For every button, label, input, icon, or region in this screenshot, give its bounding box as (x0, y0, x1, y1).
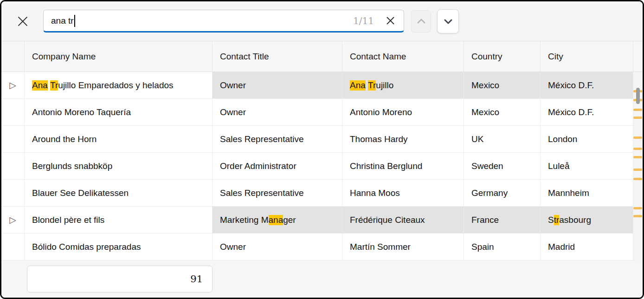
cell-company-name[interactable]: Bólido Comidas preparadas (25, 234, 213, 260)
row-indicator-cell (1, 153, 25, 180)
next-match-button[interactable] (437, 9, 459, 33)
column-header-city[interactable]: City (541, 41, 633, 72)
scrollbar-thumb[interactable] (636, 88, 640, 104)
search-highlight: tr (554, 215, 560, 225)
cell-text: Mexico (471, 80, 499, 91)
cell-text: asbourg (559, 215, 591, 225)
search-highlight: Ana (350, 80, 366, 91)
table-row[interactable]: Around the HornSales RepresentativeThoma… (1, 126, 643, 153)
column-header-contact-title[interactable]: Contact Title (213, 41, 342, 72)
search-match-marker (633, 148, 642, 150)
data-grid: Company NameContact TitleContact NameCou… (1, 41, 643, 260)
column-header-contact-name[interactable]: Contact Name (342, 41, 464, 72)
cell-contact-title[interactable]: Owner (213, 72, 342, 99)
search-match-marker (633, 109, 642, 111)
cell-country[interactable]: Germany (464, 180, 541, 207)
cell-city[interactable]: Strasbourg (541, 207, 633, 234)
close-icon (17, 15, 29, 27)
cell-text: Thomas Hardy (350, 134, 408, 144)
cell-contact-title[interactable]: Sales Representative (213, 126, 342, 153)
cell-text: Sales Representative (220, 188, 304, 198)
cell-contact-name[interactable]: Ana Trujillo (342, 72, 464, 99)
cell-contact-title[interactable]: Owner (213, 99, 342, 126)
search-match-marker (633, 156, 642, 158)
row-indicator-cell (1, 99, 25, 126)
cell-text: Owner (220, 107, 246, 117)
table-row[interactable]: Antonio Moreno TaqueríaOwnerAntonio More… (1, 99, 643, 126)
vertical-scrollbar[interactable] (633, 72, 643, 260)
cell-contact-title[interactable]: Sales Representative (213, 180, 342, 207)
cell-text: ujillo (376, 80, 393, 91)
cell-country[interactable]: UK (464, 126, 541, 153)
row-indicator-cell: ▷ (1, 72, 25, 99)
search-input[interactable]: ana tr 1/11 (43, 10, 404, 32)
cell-company-name[interactable]: Ana Trujillo Emparedados y helados (25, 72, 213, 99)
cell-country[interactable]: Mexico (464, 99, 541, 126)
cell-city[interactable]: Mannheim (541, 180, 633, 207)
cell-country[interactable]: France (464, 207, 541, 234)
cell-contact-title[interactable]: Marketing Manager (213, 207, 342, 234)
search-match-marker (633, 178, 642, 180)
table-row[interactable]: Berglunds snabbköpOrder AdministratorChr… (1, 153, 643, 180)
cell-city[interactable]: México D.F. (541, 99, 633, 126)
column-header-company-name[interactable]: Company Name (25, 41, 213, 72)
column-header-country[interactable]: Country (464, 41, 541, 72)
cell-company-name[interactable]: Antonio Moreno Taquería (25, 99, 213, 126)
cell-text: Mannheim (548, 188, 589, 198)
cell-contact-title[interactable]: Order Administrator (213, 153, 342, 180)
cell-contact-name[interactable]: Antonio Moreno (342, 99, 464, 126)
cell-country[interactable]: Sweden (464, 153, 541, 180)
search-query-text: ana tr (51, 16, 74, 26)
table-row[interactable]: Blauer See DelikatessenSales Representat… (1, 180, 643, 207)
cell-text: Hanna Moos (350, 188, 400, 198)
table-row[interactable]: Bólido Comidas preparadasOwnerMartín Som… (1, 234, 643, 260)
cell-text: Blauer See Delikatessen (32, 188, 129, 198)
cell-contact-name[interactable]: Christina Berglund (342, 153, 464, 180)
header-row: Company NameContact TitleContact NameCou… (1, 41, 643, 72)
expand-arrow-icon[interactable]: ▷ (9, 215, 16, 224)
cell-company-name[interactable]: Blauer See Delikatessen (25, 180, 213, 207)
cell-text: México D.F. (548, 80, 594, 91)
cell-text: London (548, 134, 577, 144)
previous-match-button[interactable] (411, 10, 431, 32)
cell-text: Mexico (471, 107, 499, 117)
row-indicator-cell (1, 126, 25, 153)
cell-contact-name[interactable]: Thomas Hardy (342, 126, 464, 153)
cell-city[interactable]: Luleå (541, 153, 633, 180)
cell-text: Spain (471, 242, 494, 252)
cell-text: Luleå (548, 161, 570, 171)
close-search-button[interactable] (13, 11, 33, 32)
cell-contact-name[interactable]: Frédérique Citeaux (342, 207, 464, 234)
cell-text: S (548, 215, 554, 225)
cell-contact-name[interactable]: Hanna Moos (342, 180, 464, 207)
cell-text: Antonio Moreno (350, 107, 412, 117)
search-highlight: Tr (50, 80, 58, 91)
cell-contact-title[interactable]: Owner (213, 234, 342, 260)
cell-city[interactable]: México D.F. (541, 72, 633, 99)
cell-company-name[interactable]: Blondel père et fils (25, 207, 213, 234)
cell-company-name[interactable]: Berglunds snabbköp (25, 153, 213, 180)
record-count-box: 91 (27, 266, 213, 292)
expand-arrow-icon[interactable]: ▷ (9, 81, 16, 90)
table-row[interactable]: ▷Blondel père et filsMarketing ManagerFr… (1, 207, 643, 234)
cell-text: ujillo Emparedados y helados (58, 80, 173, 91)
search-match-marker (633, 117, 642, 119)
cell-text: Owner (220, 242, 246, 252)
search-highlight: ana (269, 215, 283, 225)
cell-city[interactable]: London (541, 126, 633, 153)
cell-text: France (471, 215, 499, 225)
cell-contact-name[interactable]: Martín Sommer (342, 234, 464, 260)
cell-text: Sales Representative (220, 134, 304, 144)
search-match-marker (633, 169, 642, 171)
cell-company-name[interactable]: Around the Horn (25, 126, 213, 153)
cell-text: Around the Horn (32, 134, 97, 144)
cell-city[interactable]: Madrid (541, 234, 633, 260)
search-highlight: Tr (368, 80, 376, 91)
cell-text: Madrid (548, 242, 575, 252)
cell-text: Sweden (471, 161, 503, 171)
row-indicator-cell (1, 234, 25, 260)
cell-country[interactable]: Spain (464, 234, 541, 260)
table-row[interactable]: ▷Ana Trujillo Emparedados y heladosOwner… (1, 72, 643, 99)
cell-country[interactable]: Mexico (464, 72, 541, 99)
clear-search-button[interactable] (383, 14, 397, 28)
